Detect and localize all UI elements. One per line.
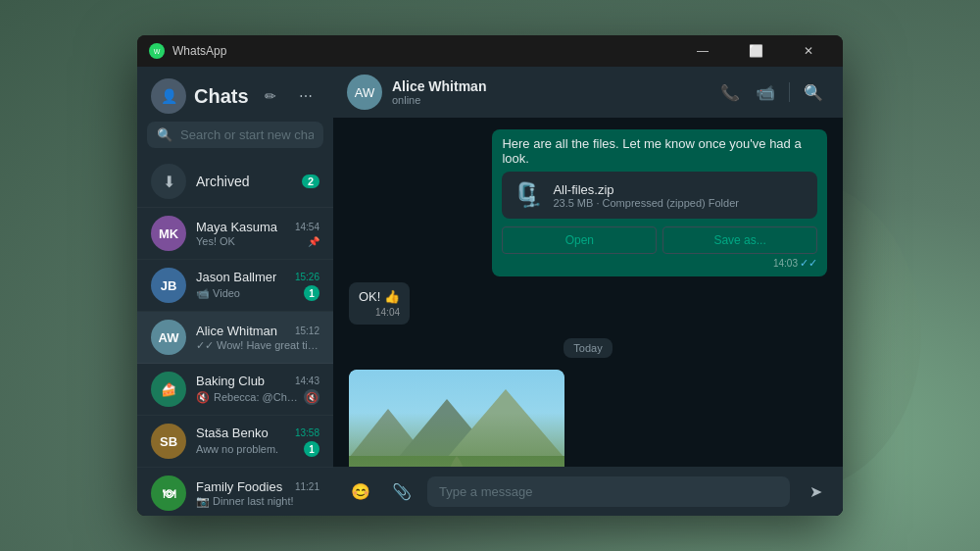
maximize-button[interactable]: ⬜ [733,35,778,67]
chat-preview: Aww no problem. [196,443,300,455]
chat-name: Staša Benko [196,426,269,440]
chat-name: Alice Whitman [196,324,277,338]
open-file-button[interactable]: Open [502,226,657,254]
list-item[interactable]: MK Maya Kasuma 14:54 Yes! OK 📌 [137,208,333,260]
archived-badge: 2 [302,175,319,188]
message-text: Here are all the files. Let me know once… [502,136,801,166]
contact-avatar[interactable]: AW [347,75,382,110]
file-size: 23.5 MB · Compressed (zipped) Folder [553,197,806,209]
more-menu-button[interactable]: ⋯ [292,82,319,110]
list-item[interactable]: SB Staša Benko 13:58 Aww no problem. 1 [137,416,333,468]
file-actions: Open Save as... [502,226,817,254]
save-file-button[interactable]: Save as... [662,226,817,254]
avatar: JB [151,268,186,303]
message-time: 14:03 ✓✓ [502,257,817,270]
chat-name: Maya Kasuma [196,220,277,234]
sidebar-header: 👤 Chats ✏ ⋯ [137,67,333,122]
chat-info: Maya Kasuma 14:54 Yes! OK 📌 [196,220,319,247]
list-item[interactable]: AW Alice Whitman 15:12 ✓✓ Wow! Have grea… [137,312,333,364]
desktop-background: W WhatsApp — ⬜ ✕ 👤 Chats [0,0,980,551]
photo-image [349,370,564,467]
list-item[interactable]: 🍽 Family Foodies 11:21 📷 Dinner last nig… [137,468,333,516]
sidebar-title: Chats [194,85,249,108]
search-icon: 🔍 [157,127,172,142]
unread-badge: 1 [304,285,319,301]
avatar: 🍽 [151,476,186,511]
message-time: 14:04 [359,307,400,318]
search-bar: 🔍 [147,122,323,148]
archived-label: Archived [196,174,292,189]
close-button[interactable]: ✕ [786,35,831,67]
photo-message: So beautiful here! 15:06 ❤️ [349,370,564,467]
avatar: SB [151,424,186,459]
header-divider [789,82,790,102]
archive-icon: ⬇ [151,164,186,199]
archived-row[interactable]: ⬇ Archived 2 [137,156,333,208]
message-bubble: OK! 👍 14:04 [349,282,410,325]
chat-info: Family Foodies 11:21 📷 Dinner last night… [196,479,319,508]
voice-call-button[interactable]: 📞 [714,76,746,108]
chat-name: Jason Ballmer [196,270,276,284]
chat-time: 15:26 [295,272,319,282]
message-input[interactable] [427,476,790,507]
svg-rect-6 [349,456,564,467]
messages-area: Here are all the files. Let me know once… [333,118,843,467]
window-controls: — ⬜ ✕ [680,35,831,67]
file-info: All-files.zip 23.5 MB · Compressed (zipp… [553,182,806,209]
pin-icon: 📌 [308,236,319,247]
chat-header: AW Alice Whitman online 📞 📹 🔍 [333,67,843,118]
list-item[interactable]: 🍰 Baking Club 14:43 🔇 Rebecca: @Chris R?… [137,364,333,416]
attach-button[interactable]: 📎 [386,476,417,507]
video-call-button[interactable]: 📹 [750,76,781,108]
avatar: AW [151,320,186,355]
minimize-button[interactable]: — [680,35,725,67]
app-window: W WhatsApp — ⬜ ✕ 👤 Chats [137,35,843,516]
user-avatar[interactable]: 👤 [151,78,186,114]
chat-info: Alice Whitman 15:12 ✓✓ Wow! Have great t… [196,324,319,352]
chat-time: 13:58 [295,427,319,438]
message-text: OK! 👍 [359,289,400,304]
muted-badge: 🔇 [304,389,319,405]
new-chat-button[interactable]: ✏ [257,82,284,110]
send-button[interactable]: ➤ [800,476,831,507]
search-chat-button[interactable]: 🔍 [798,76,829,108]
chat-time: 14:54 [295,222,319,232]
app-body: 👤 Chats ✏ ⋯ 🔍 ⬇ Archived 2 [137,67,843,516]
chat-name: Baking Club [196,374,265,388]
date-divider: Today [349,338,827,356]
contact-info: Alice Whitman online [392,78,705,106]
chat-info: Staša Benko 13:58 Aww no problem. 1 [196,426,319,457]
chat-name: Family Foodies [196,479,282,494]
list-item[interactable]: JB Jason Ballmer 15:26 📹 Video 1 [137,260,333,312]
search-input[interactable] [180,127,314,142]
message-bubble: Here are all the files. Let me know once… [492,129,827,276]
file-icon: 🗜️ [514,181,543,209]
avatar: MK [151,216,186,251]
chat-preview: Yes! OK [196,235,304,247]
chat-preview: Rebecca: @Chris R? [214,391,300,403]
contact-name: Alice Whitman [392,78,705,94]
svg-text:W: W [154,48,161,55]
app-title: WhatsApp [172,44,680,58]
chat-header-actions: 📞 📹 🔍 [714,76,829,108]
unread-badge: 1 [304,441,319,457]
chat-time: 14:43 [295,376,319,386]
contact-status: online [392,94,705,106]
file-attachment: 🗜️ All-files.zip 23.5 MB · Compressed (z… [502,172,817,219]
chat-preview: 📷 Dinner last night! [196,495,319,508]
chat-info: Jason Ballmer 15:26 📹 Video 1 [196,270,319,301]
avatar: 🍰 [151,372,186,407]
app-icon: W [149,43,165,59]
chat-time: 15:12 [295,326,319,336]
chat-panel: AW Alice Whitman online 📞 📹 🔍 [333,67,843,516]
sidebar: 👤 Chats ✏ ⋯ 🔍 ⬇ Archived 2 [137,67,333,516]
chat-info: Baking Club 14:43 🔇 Rebecca: @Chris R? 🔇 [196,374,319,405]
chat-preview: 📹 Video [196,287,300,300]
read-ticks: ✓✓ [800,257,817,270]
photo-container [349,370,564,467]
chat-time: 11:21 [295,481,319,492]
input-area: 😊 📎 ➤ [333,467,843,516]
emoji-button[interactable]: 😊 [345,476,376,507]
chat-preview: ✓✓ Wow! Have great time. Enjoy. [196,339,319,352]
chat-list: MK Maya Kasuma 14:54 Yes! OK 📌 [137,208,333,516]
